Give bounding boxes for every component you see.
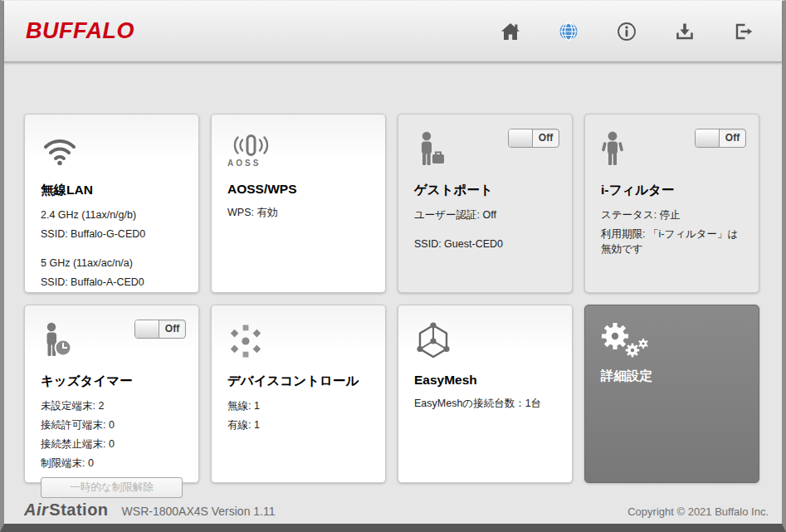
airstation-logo: AirStation: [24, 500, 109, 520]
dashboard-card-grid: 無線LAN 2.4 GHz (11ax/n/g/b) SSID: Buffalo…: [24, 114, 759, 483]
device-control-icon: [227, 320, 369, 363]
card-title-i-filter: i-フィルター: [601, 182, 743, 199]
card-kids-timer[interactable]: Off キッズタイマー 未設定端末: 2 接続許可端末: 0 接続禁止端末: 0…: [24, 305, 199, 483]
band-24ghz-label: 2.4 GHz (11ax/n/g/b): [41, 207, 183, 222]
model-version-text: WSR-1800AX4S Version 1.11: [122, 505, 276, 518]
toggle-label: Off: [720, 129, 745, 147]
card-easymesh[interactable]: EasyMesh EasyMeshの接続台数：1台: [398, 305, 573, 483]
card-wireless-lan[interactable]: 無線LAN 2.4 GHz (11ax/n/g/b) SSID: Buffalo…: [24, 114, 199, 293]
unset-devices-count: 未設定端末: 2: [41, 398, 183, 413]
toggle-label: Off: [533, 129, 559, 147]
ssid-5ghz: SSID: Buffalo-A-CED0: [41, 275, 183, 290]
toggle-knob: [509, 129, 533, 147]
footer-bar: AirStation WSR-1800AX4S Version 1.11 Cop…: [24, 500, 769, 520]
copyright-text: Copyright © 2021 Buffalo Inc.: [627, 505, 769, 518]
gears-icon: [601, 320, 743, 363]
card-title-guest-port: ゲストポート: [414, 182, 556, 199]
card-title-wireless-lan: 無線LAN: [41, 182, 183, 199]
header-bar: BUFFALO: [4, 1, 782, 62]
card-device-control[interactable]: デバイスコントロール 無線: 1 有線: 1: [211, 305, 386, 483]
easymesh-icon: [414, 320, 556, 363]
guest-ssid: SSID: Guest-CED0: [414, 237, 556, 251]
home-icon[interactable]: [500, 21, 521, 42]
easymesh-device-count: EasyMeshの接続台数：1台: [414, 396, 556, 411]
router-admin-window: BUFFALO 無線LAN 2.4 GHz: [0, 0, 786, 532]
card-title-advanced-settings: 詳細設定: [601, 368, 743, 385]
guest-auth-status: ユーザー認証: Off: [414, 207, 556, 222]
card-title-kids-timer: キッズタイマー: [41, 373, 183, 390]
aoss-caption: AOSS: [227, 159, 261, 168]
wired-device-count: 有線: 1: [227, 417, 369, 432]
wireless-device-count: 無線: 1: [227, 398, 369, 413]
info-icon[interactable]: [616, 21, 637, 42]
guest-port-toggle[interactable]: Off: [508, 129, 559, 148]
toggle-knob: [135, 320, 159, 338]
wifi-icon: [41, 129, 183, 172]
allowed-devices-count: 接続許可端末: 0: [41, 417, 183, 432]
card-title-aoss-wps: AOSS/WPS: [227, 182, 369, 197]
restricted-devices-count: 制限端末: 0: [41, 456, 183, 471]
temporary-unrestrict-button[interactable]: 一時的な制限解除: [41, 477, 183, 498]
toggle-knob: [696, 129, 720, 147]
ssid-24ghz: SSID: Buffalo-G-CED0: [41, 227, 183, 242]
blocked-devices-count: 接続禁止端末: 0: [41, 437, 183, 451]
i-filter-expiry: 利用期限: 「i-フィルター」は無効です: [601, 227, 743, 256]
globe-icon[interactable]: [558, 21, 579, 42]
download-icon[interactable]: [674, 21, 696, 42]
toggle-label: Off: [159, 320, 185, 338]
logout-icon[interactable]: [732, 21, 754, 42]
card-advanced-settings[interactable]: 詳細設定: [584, 305, 759, 483]
card-i-filter[interactable]: Off i-フィルター ステータス: 停止 利用期限: 「i-フィルター」は無効…: [584, 114, 759, 293]
aoss-icon: AOSS: [227, 129, 369, 172]
buffalo-logo: BUFFALO: [26, 18, 134, 44]
band-5ghz-label: 5 GHz (11ax/ac/n/a): [41, 256, 183, 271]
header-nav: [500, 21, 754, 42]
i-filter-status: ステータス: 停止: [601, 207, 743, 222]
card-title-device-control: デバイスコントロール: [227, 373, 369, 390]
card-aoss-wps[interactable]: AOSS AOSS/WPS WPS: 有効: [211, 114, 386, 293]
card-title-easymesh: EasyMesh: [414, 373, 556, 388]
wps-status: WPS: 有効: [227, 205, 369, 220]
airstation-logo-air: Air: [24, 500, 48, 519]
card-guest-port[interactable]: Off ゲストポート ユーザー認証: Off SSID: Guest-CED0: [398, 114, 573, 293]
airstation-logo-station: Station: [49, 500, 108, 519]
kids-timer-toggle[interactable]: Off: [134, 320, 186, 339]
i-filter-toggle[interactable]: Off: [695, 129, 746, 148]
